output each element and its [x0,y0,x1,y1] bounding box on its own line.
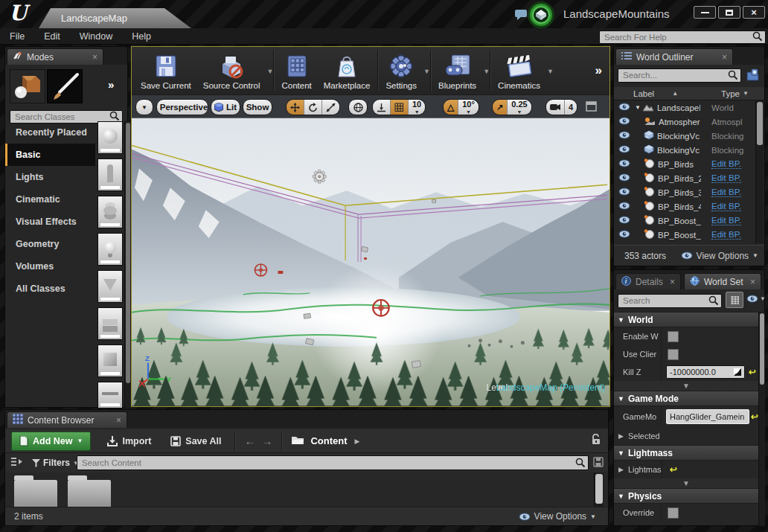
close-button[interactable]: × [743,6,765,19]
settings-button[interactable]: Settings ▼ [380,48,429,93]
outliner-scrollbar[interactable] [755,100,764,243]
visibility-eye-icon[interactable] [618,173,630,183]
placeable-item-thumbnail[interactable] [97,344,123,377]
collapsed-icon[interactable]: ▶ [618,466,624,473]
category-basic[interactable]: Basic [5,144,95,166]
visibility-eye-icon[interactable] [618,159,630,169]
maximize-button[interactable] [718,6,740,19]
title-bar[interactable]: U LandscapeMap LandscapeMountains × [0,0,768,28]
outliner-row[interactable]: + BlockingVc Blocking [614,129,758,143]
modes-scrollbar[interactable] [124,121,131,408]
category-volumes[interactable]: Volumes [5,255,95,278]
grid-snap-group[interactable]: 10▼ [372,99,426,115]
outliner-view-options[interactable]: View Options▼ [681,251,758,261]
placeable-item-thumbnail[interactable] [97,382,123,408]
cinematics-button[interactable]: Cinematics ▼ [492,48,552,93]
outliner-row[interactable]: BP_Birds Edit BP. [614,157,758,171]
grid-snap-value[interactable]: 10▼ [408,100,425,115]
visibility-eye-icon[interactable] [618,145,630,155]
surface-snap-icon[interactable] [373,100,390,115]
search-content-input[interactable] [77,455,589,470]
toolbar-overflow-chevron[interactable]: » [595,63,607,78]
marketplace-button[interactable]: Marketplace [318,48,377,93]
reset-to-default-icon[interactable]: ↩ [670,464,677,475]
lightmass-settings-row[interactable]: ▶ Lightmas ↩ [614,461,758,478]
placeable-item-thumbnail[interactable] [97,121,123,154]
enable-world-checkbox[interactable] [668,331,679,342]
reset-to-default-icon[interactable]: ↩ [751,411,758,422]
content-browser-tab[interactable]: Content Browser × [7,411,127,428]
blueprints-button[interactable]: Blueprints ▼ [432,48,488,93]
save-all-button[interactable]: Save All [170,436,221,446]
outliner-search-input[interactable] [618,68,741,83]
rotation-snap-icon[interactable]: △ [444,100,458,115]
show-flags-button[interactable]: Show [243,99,272,115]
menu-file[interactable]: File [0,28,34,45]
outliner-column-headers[interactable]: Label ▲ Type ▼ [614,87,764,100]
close-icon[interactable]: × [722,53,727,62]
menu-help[interactable]: Help [122,28,161,45]
collapsed-icon[interactable]: ▶ [618,432,624,440]
scale-snap-icon[interactable]: ↗ [493,100,507,115]
menu-window[interactable]: Window [70,28,122,45]
transform-tools[interactable] [286,99,340,115]
rotate-tool-icon[interactable] [304,100,321,115]
import-button[interactable]: Import [107,436,151,446]
visibility-eye-icon[interactable] [618,202,630,211]
edit-blueprint-link[interactable]: Edit BP. [711,159,741,169]
perspective-button[interactable]: Perspective [156,99,208,115]
edit-blueprint-link[interactable]: Edit BP. [711,173,741,183]
source-control-button[interactable]: Source Control ▼ [197,48,272,93]
category-all-classes[interactable]: All Classes [5,278,95,300]
rotation-snap-value[interactable]: 10°▼ [458,100,479,115]
outliner-row[interactable]: BP_Boost_ Edit BP. [614,228,758,242]
forward-arrow-icon[interactable]: → [261,435,272,447]
chevron-down-icon[interactable]: ▼ [547,68,554,75]
breadcrumb-content[interactable]: Content [310,435,347,446]
section-physics[interactable]: ▼Physics [614,488,758,504]
level-tab[interactable]: LandscapeMap [39,8,191,28]
visibility-eye-icon[interactable] [618,188,630,197]
visibility-eye-icon[interactable] [618,216,630,225]
viewport[interactable]: Z Y Level: LandscapeMap (Persistent) [132,118,609,406]
section-lightmass[interactable]: ▼Lightmass [614,445,758,461]
menu-edit[interactable]: Edit [34,28,70,45]
use-client-checkbox[interactable] [668,349,679,360]
placeable-item-thumbnail[interactable] [97,196,123,228]
content-view-options[interactable]: View Options▼ [519,511,596,522]
lit-mode-button[interactable]: Lit [211,99,240,115]
grid-snap-icon[interactable] [390,100,408,115]
category-visual-effects[interactable]: Visual Effects [5,211,95,233]
chevron-down-icon[interactable]: ▼ [423,68,430,75]
help-search-input[interactable] [599,31,766,44]
maximize-viewport-icon[interactable] [586,101,597,115]
placeable-item-thumbnail[interactable] [97,158,123,191]
close-icon[interactable]: × [92,53,97,62]
details-search-input[interactable] [618,294,722,308]
scale-snap-group[interactable]: ↗ 0.25▼ [492,99,532,115]
move-tool-icon[interactable] [287,100,304,115]
sources-panel-icon[interactable] [11,456,23,469]
chevron-down-icon[interactable]: ▼ [483,68,490,75]
outliner-row[interactable]: Atmospher Atmospl [614,115,758,129]
close-icon[interactable]: × [116,416,121,425]
chevron-down-icon[interactable]: ▼ [267,68,274,75]
outliner-row[interactable]: BP_Birds_2 Edit BP. [614,171,758,185]
property-matrix-button[interactable] [726,292,743,308]
section-expander[interactable]: ▼ [614,381,758,391]
outliner-row[interactable]: BP_Boost_ Edit BP. [614,214,758,228]
edit-blueprint-link[interactable]: Edit BP. [711,188,741,197]
category-recently-placed[interactable]: Recently Placed [5,121,95,144]
place-mode-button[interactable] [10,69,45,103]
category-cinematic[interactable]: Cinematic [5,188,95,211]
placeable-item-thumbnail[interactable] [97,233,123,266]
modes-tab[interactable]: Modes × [7,48,103,65]
expand-arrow-icon[interactable]: ▼ [635,104,641,111]
placeable-item-thumbnail[interactable] [97,270,123,303]
world-local-space-button[interactable] [348,99,368,115]
details-view-options-icon[interactable]: ▼ [746,295,766,303]
edit-blueprint-link[interactable]: Edit BP. [711,230,741,240]
back-arrow-icon[interactable]: ← [244,435,255,447]
details-scrollbar[interactable] [758,312,765,526]
visibility-eye-icon[interactable] [618,230,630,240]
